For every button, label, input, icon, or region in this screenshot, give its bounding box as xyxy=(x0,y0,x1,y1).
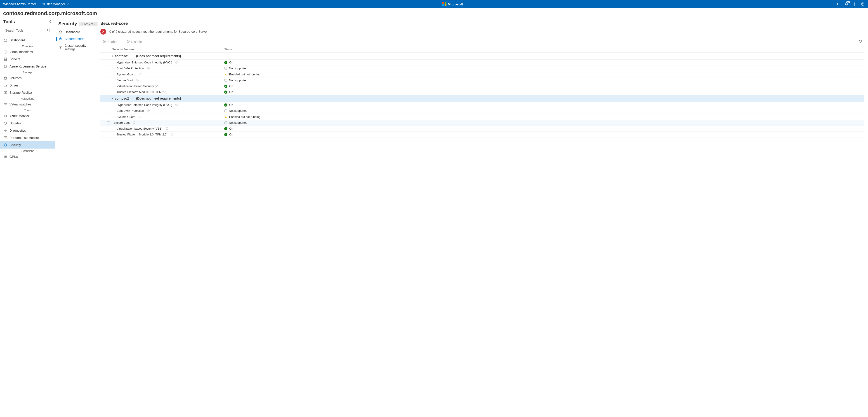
nav-storage-replica[interactable]: Storage Replica xyxy=(0,89,55,96)
feature-row[interactable]: Trusted Platform Module 2.0 (TPM 2.0)ⓘ ✓… xyxy=(100,89,864,95)
settings-icon[interactable] xyxy=(852,2,857,6)
feature-row[interactable]: Secure Bootⓘ Not supported xyxy=(100,120,864,126)
feature-row[interactable]: Virtualization-based Security (VBS)ⓘ ✓On xyxy=(100,83,864,89)
security-subnav: Security PREVIEW ⓘ Dashboard Secured-cor… xyxy=(55,18,100,416)
feature-row[interactable]: Secure Bootⓘ Not supported xyxy=(100,77,864,83)
not-supported-icon xyxy=(224,67,227,70)
info-icon[interactable]: ⓘ xyxy=(147,109,150,112)
search-tools-input[interactable] xyxy=(3,27,52,34)
node-name: contoso2 xyxy=(115,97,129,100)
info-icon[interactable]: ⓘ xyxy=(170,133,173,136)
feature-row[interactable]: System Guardⓘ ▲Enabled but not running xyxy=(100,71,864,77)
success-icon: ✓ xyxy=(224,127,227,130)
feature-row[interactable]: Boot DMA Protectionⓘ Not supported xyxy=(100,66,864,71)
node-group-row[interactable]: ▸ contoso2 (Does not meet requirements) xyxy=(100,95,864,102)
info-icon[interactable]: ⓘ xyxy=(138,73,141,76)
subnav-cluster-security[interactable]: Cluster security settings xyxy=(55,42,100,53)
svg-rect-17 xyxy=(60,39,61,40)
vswitch-icon xyxy=(4,103,7,106)
nav-virtual-machines[interactable]: Virtual machines xyxy=(0,48,55,56)
scope-selector[interactable]: Cluster Manager xyxy=(42,2,69,6)
disable-button[interactable]: Disable xyxy=(124,39,144,45)
shield-icon xyxy=(4,143,7,147)
updates-icon xyxy=(4,121,7,125)
console-icon[interactable] xyxy=(836,2,840,6)
brand: Microsoft xyxy=(442,2,463,6)
nav-updates[interactable]: Updates xyxy=(0,120,55,127)
feature-row[interactable]: Boot DMA Protectionⓘ Not supported xyxy=(100,108,864,114)
nav-dashboard[interactable]: Dashboard xyxy=(0,37,55,44)
info-icon[interactable]: ⓘ xyxy=(166,84,168,88)
success-icon: ✓ xyxy=(224,91,227,94)
group-compute: Compute xyxy=(0,44,55,48)
node-status-note: (Does not meet requirements) xyxy=(136,97,181,100)
svg-rect-4 xyxy=(4,58,6,59)
node-name: contoso1 xyxy=(115,54,129,58)
gpu-icon xyxy=(4,155,7,159)
server-icon xyxy=(4,57,7,61)
info-icon[interactable]: ⓘ xyxy=(136,78,138,82)
nav-aks[interactable]: Azure Kubernetes Service xyxy=(0,63,55,70)
feature-row[interactable]: System Guardⓘ ▲Enabled but not running xyxy=(100,114,864,120)
nav-label: Dashboard xyxy=(9,38,25,42)
svg-rect-18 xyxy=(59,46,60,47)
svg-point-9 xyxy=(6,85,6,86)
info-icon[interactable]: ⓘ xyxy=(147,67,150,70)
nav-performance-monitor[interactable]: Performance Monitor xyxy=(0,134,55,141)
nav-drives[interactable]: Drives xyxy=(0,82,55,89)
nav-diagnostics[interactable]: Diagnostics xyxy=(0,127,55,134)
brand-label: Microsoft xyxy=(448,2,463,6)
success-icon: ✓ xyxy=(224,103,227,107)
nav-gpus[interactable]: GPUs xyxy=(0,153,55,160)
feature-row[interactable]: Hypervisor Enforced Code Integrity (HVCI… xyxy=(100,60,864,66)
nav-label: Volumes xyxy=(9,76,22,80)
status-banner: ✕ 0 of 2 clustered nodes meet the requir… xyxy=(100,29,864,35)
row-checkbox[interactable] xyxy=(107,97,110,100)
group-networking: Networking xyxy=(0,96,55,101)
command-bar: Enable Disable xyxy=(100,38,864,46)
svg-rect-11 xyxy=(6,92,7,94)
nav-label: Security xyxy=(9,143,21,147)
svg-rect-10 xyxy=(4,92,5,94)
row-checkbox[interactable] xyxy=(107,121,110,125)
nav-virtual-switches[interactable]: Virtual switches xyxy=(0,101,55,108)
info-icon[interactable]: ⓘ xyxy=(166,127,168,130)
volumes-icon xyxy=(4,76,7,80)
help-icon[interactable] xyxy=(861,2,865,6)
info-icon[interactable]: ⓘ xyxy=(138,115,141,118)
success-icon: ✓ xyxy=(224,133,227,136)
select-all-checkbox[interactable] xyxy=(107,48,110,51)
nav-servers[interactable]: Servers xyxy=(0,56,55,63)
collapse-sidebar-button[interactable] xyxy=(49,20,52,24)
svg-marker-6 xyxy=(4,65,7,68)
nav-label: Performance Monitor xyxy=(9,136,39,140)
info-icon[interactable]: ⓘ xyxy=(133,121,135,125)
notifications-icon[interactable]: 17 xyxy=(844,2,848,6)
nav-volumes[interactable]: Volumes xyxy=(0,74,55,82)
subnav-secured-core[interactable]: Secured-core xyxy=(55,35,100,42)
nav-security[interactable]: Security xyxy=(0,141,55,148)
feature-row[interactable]: Hypervisor Enforced Code Integrity (HVCI… xyxy=(100,102,864,108)
vm-icon xyxy=(4,50,7,54)
feature-row[interactable]: Trusted Platform Module 2.0 (TPM 2.0)ⓘ ✓… xyxy=(100,132,864,138)
feature-row[interactable]: Virtualization-based Security (VBS)ⓘ ✓On xyxy=(100,126,864,132)
svg-rect-3 xyxy=(4,51,7,53)
refresh-button[interactable] xyxy=(857,39,864,45)
group-extensions: Extensions xyxy=(0,148,55,153)
info-icon[interactable]: ⓘ xyxy=(176,103,178,107)
banner-text: 0 of 2 clustered nodes meet the requirem… xyxy=(110,30,209,33)
nav-label: GPUs xyxy=(9,155,18,159)
svg-rect-19 xyxy=(61,46,62,47)
tools-title: Tools xyxy=(3,19,15,24)
node-group-row[interactable]: ▸ contoso1 (Does not meet requirements) xyxy=(100,53,864,60)
info-icon: ⓘ xyxy=(94,22,96,26)
main-pane: Secured-core ✕ 0 of 2 clustered nodes me… xyxy=(100,18,868,416)
monitor-icon xyxy=(4,114,7,118)
nav-azure-monitor[interactable]: Azure Monitor xyxy=(0,112,55,120)
replica-icon xyxy=(4,91,7,94)
info-icon[interactable]: ⓘ xyxy=(176,61,178,64)
enable-button[interactable]: Enable xyxy=(100,39,120,45)
info-icon[interactable]: ⓘ xyxy=(170,90,173,94)
subnav-dashboard[interactable]: Dashboard xyxy=(55,29,100,35)
nav-label: Drives xyxy=(9,83,19,87)
